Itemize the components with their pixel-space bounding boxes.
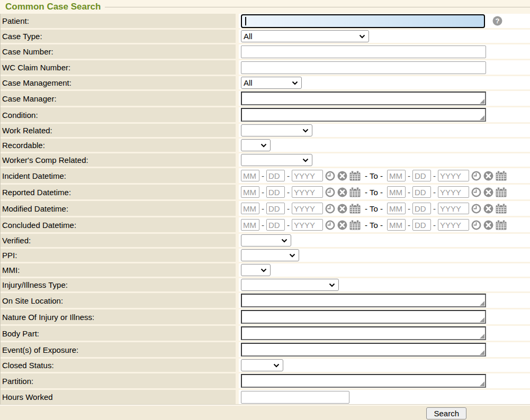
on-site-location-textarea[interactable] <box>241 294 486 307</box>
wc-claim-number-input[interactable] <box>241 61 486 74</box>
day-input[interactable] <box>266 170 285 181</box>
calendar-icon[interactable] <box>496 187 507 197</box>
clear-date-icon[interactable] <box>337 220 347 230</box>
workers-comp-related-label: Worker's Comp Related: <box>1 153 236 167</box>
workers-comp-related-select[interactable] <box>241 154 312 166</box>
case-management-label: Case Management: <box>1 76 236 89</box>
recordable-select[interactable] <box>241 139 271 151</box>
month-input[interactable] <box>387 219 406 231</box>
closed-status-select[interactable] <box>241 359 283 371</box>
form-row-recordable: Recordable: <box>1 139 530 152</box>
body-part-textarea[interactable] <box>241 326 486 340</box>
form-row-body-part: Body Part: <box>1 326 530 341</box>
hours-worked-input[interactable] <box>241 391 349 404</box>
form-row-case-manager: Case Manager: <box>1 91 530 106</box>
month-input[interactable] <box>387 203 406 214</box>
calendar-icon[interactable] <box>349 220 361 230</box>
year-input[interactable] <box>438 203 469 214</box>
calendar-icon[interactable] <box>496 204 507 214</box>
form-row-ppi: PPI: <box>1 249 530 262</box>
work-related-label: Work Related: <box>1 124 236 137</box>
month-input[interactable] <box>241 170 259 181</box>
year-input[interactable] <box>292 219 323 231</box>
year-input[interactable] <box>292 186 323 198</box>
date-separator: - <box>433 188 436 197</box>
clear-date-icon[interactable] <box>337 204 347 214</box>
calendar-icon[interactable] <box>496 220 507 230</box>
time-picker-icon[interactable] <box>325 220 335 230</box>
concluded-datetime-to: - - <box>387 219 507 231</box>
panel-header: Common Case Search <box>0 0 530 14</box>
time-picker-icon[interactable] <box>325 204 335 214</box>
date-separator: - <box>408 221 410 230</box>
case-management-select[interactable]: All <box>241 77 302 89</box>
year-input[interactable] <box>438 186 469 198</box>
day-input[interactable] <box>412 203 431 214</box>
month-input[interactable] <box>241 219 259 231</box>
clear-date-icon[interactable] <box>483 220 493 230</box>
time-picker-icon[interactable] <box>325 171 335 181</box>
events-of-exposure-textarea[interactable] <box>241 343 486 357</box>
nature-of-injury-textarea[interactable] <box>241 310 486 324</box>
calendar-icon[interactable] <box>349 171 361 181</box>
mmi-select[interactable] <box>241 264 271 276</box>
day-input[interactable] <box>412 170 431 181</box>
chevron-down-icon <box>292 81 298 85</box>
calendar-icon[interactable] <box>496 171 507 181</box>
patient-input[interactable] <box>241 14 485 28</box>
day-input[interactable] <box>266 186 285 198</box>
form-row-verified: Verified: <box>1 234 530 247</box>
year-input[interactable] <box>438 219 469 231</box>
year-input[interactable] <box>438 170 469 181</box>
case-manager-textarea[interactable] <box>241 92 486 105</box>
month-input[interactable] <box>241 186 259 198</box>
legend-divider <box>105 7 530 7</box>
day-input[interactable] <box>412 219 431 231</box>
injury-illness-type-select[interactable] <box>241 279 339 291</box>
time-picker-icon[interactable] <box>471 171 481 181</box>
clear-date-icon[interactable] <box>337 171 347 181</box>
year-input[interactable] <box>292 203 323 214</box>
day-input[interactable] <box>266 203 285 214</box>
month-input[interactable] <box>387 186 406 198</box>
month-input[interactable] <box>387 170 406 181</box>
day-input[interactable] <box>412 186 431 198</box>
search-button[interactable]: Search <box>426 407 466 419</box>
concluded-datetime-from: - - <box>241 219 361 231</box>
time-picker-icon[interactable] <box>471 220 481 230</box>
case-type-select[interactable]: All <box>241 30 369 42</box>
time-picker-icon[interactable] <box>471 187 481 197</box>
page-title: Common Case Search <box>5 2 101 12</box>
year-input[interactable] <box>292 170 323 181</box>
range-to-label: - To - <box>365 221 383 230</box>
ppi-select[interactable] <box>241 249 299 261</box>
partition-textarea[interactable] <box>241 374 486 388</box>
clear-date-icon[interactable] <box>483 187 493 197</box>
calendar-icon[interactable] <box>349 204 361 214</box>
form-row-partition: Partition: <box>1 373 530 388</box>
clear-date-icon[interactable] <box>483 204 493 214</box>
case-number-input[interactable] <box>241 45 486 58</box>
date-separator: - <box>433 204 436 213</box>
form-row-hours-worked: Hours Worked <box>1 390 530 404</box>
clear-date-icon[interactable] <box>337 187 347 197</box>
work-related-select[interactable] <box>241 124 312 136</box>
help-icon[interactable]: ? <box>492 16 502 26</box>
condition-textarea[interactable] <box>241 108 486 122</box>
clear-date-icon[interactable] <box>483 171 493 181</box>
date-separator: - <box>287 204 290 213</box>
time-picker-icon[interactable] <box>471 204 481 214</box>
chevron-down-icon <box>302 129 309 133</box>
chevron-down-icon <box>273 363 280 368</box>
range-to-label: - To - <box>365 188 383 197</box>
verified-select[interactable] <box>241 234 291 246</box>
day-input[interactable] <box>266 219 285 231</box>
verified-label: Verified: <box>1 234 236 247</box>
patient-label: Patient: <box>1 14 236 28</box>
form-row-case-management: Case Management: All <box>1 76 530 89</box>
month-input[interactable] <box>241 203 259 214</box>
calendar-icon[interactable] <box>349 187 361 197</box>
form-row-on-site-location: On Site Location: <box>1 293 530 308</box>
time-picker-icon[interactable] <box>325 187 335 197</box>
search-form: Patient: ? Case Type: All <box>0 14 530 405</box>
